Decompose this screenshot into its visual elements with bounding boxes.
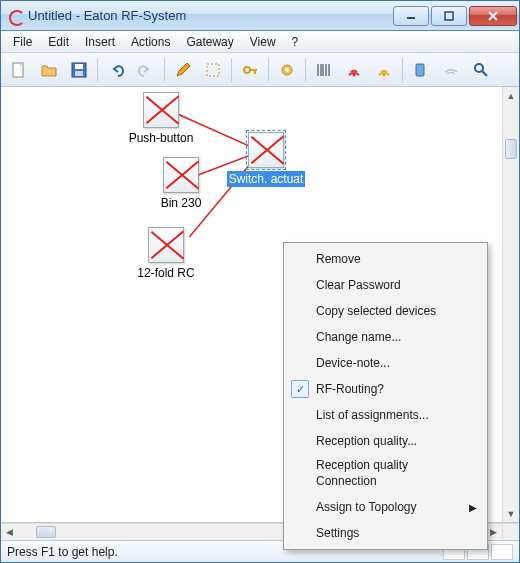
svg-rect-22 [416,64,424,76]
menu-help[interactable]: ? [284,33,307,51]
svg-rect-1 [445,12,453,20]
svg-point-21 [383,73,386,76]
gear-icon[interactable] [273,56,301,84]
ctx-copy-selected[interactable]: Copy selected devices [286,298,485,324]
app-icon [7,8,23,24]
ctx-device-note[interactable]: Device-note... [286,350,485,376]
open-folder-icon[interactable] [35,56,63,84]
svg-rect-9 [207,64,219,76]
menu-view[interactable]: View [242,33,284,51]
device-box-icon [248,132,284,168]
svg-point-10 [244,67,250,73]
node-label: Bin 230 [141,196,221,210]
undo-icon[interactable] [102,56,130,84]
node-switch-actuator[interactable]: Switch. actuat [226,132,306,187]
ctx-label: Settings [316,526,359,540]
node-push-button[interactable]: Push-button [121,92,201,145]
ctx-label: Reception quality Connection [316,458,471,489]
menubar: File Edit Insert Actions Gateway View ? [1,31,519,53]
window-title: Untitled - Eaton RF-System [28,8,391,23]
status-pane [491,544,513,560]
toolbar-separator [164,58,165,82]
scroll-track[interactable] [503,104,519,505]
device-box-icon [163,157,199,193]
scroll-up-arrow-icon[interactable]: ▲ [503,87,519,104]
toolbar-separator [268,58,269,82]
new-document-icon[interactable] [5,56,33,84]
node-bin-230[interactable]: Bin 230 [141,157,221,210]
submenu-arrow-icon: ▶ [469,502,477,513]
ctx-label: RF-Routing? [316,382,384,396]
menu-file[interactable]: File [5,33,40,51]
ctx-label: Reception quality... [316,434,417,448]
titlebar: Untitled - Eaton RF-System [1,1,519,31]
scroll-thumb[interactable] [36,526,56,538]
ctx-label: Copy selected devices [316,304,436,318]
node-12-fold-rc[interactable]: 12-fold RC [126,227,206,280]
signal-red-icon[interactable] [340,56,368,84]
ctx-label: Device-note... [316,356,390,370]
svg-rect-7 [75,64,83,69]
scroll-thumb[interactable] [505,139,517,159]
menu-insert[interactable]: Insert [77,33,123,51]
check-icon: ✓ [291,380,309,398]
minimize-button[interactable] [393,6,429,26]
ctx-label: List of assignments... [316,408,429,422]
toolbar-separator [402,58,403,82]
ctx-rf-routing[interactable]: ✓ RF-Routing? [286,376,485,402]
pencil-icon[interactable] [169,56,197,84]
redo-icon[interactable] [132,56,160,84]
wifi-icon[interactable] [437,56,465,84]
ctx-label: Change name... [316,330,401,344]
ctx-reception-quality-connection[interactable]: Reception quality Connection [286,454,485,494]
window-buttons [391,6,517,26]
svg-point-20 [353,73,356,76]
menu-actions[interactable]: Actions [123,33,178,51]
svg-point-14 [285,68,289,72]
ctx-reception-quality[interactable]: Reception quality... [286,428,485,454]
close-button[interactable] [469,6,517,26]
ctx-change-name[interactable]: Change name... [286,324,485,350]
barcode-icon[interactable] [310,56,338,84]
key-icon[interactable] [236,56,264,84]
search-icon[interactable] [467,56,495,84]
vertical-scrollbar[interactable]: ▲ ▼ [502,87,519,522]
scroll-corner [502,524,519,540]
signal-yellow-icon[interactable] [370,56,398,84]
device-box-icon [143,92,179,128]
context-menu: Remove Clear Password Copy selected devi… [283,242,488,550]
menu-gateway[interactable]: Gateway [178,33,241,51]
node-label: 12-fold RC [126,266,206,280]
ctx-label: Assign to Topology [316,500,417,514]
app-window: Untitled - Eaton RF-System File Edit Ins… [0,0,520,563]
scroll-down-arrow-icon[interactable]: ▼ [503,505,519,522]
selection-icon[interactable] [199,56,227,84]
node-label: Push-button [121,131,201,145]
ctx-list-assignments[interactable]: List of assignments... [286,402,485,428]
toolbar-separator [231,58,232,82]
ctx-remove[interactable]: Remove [286,246,485,272]
ctx-settings[interactable]: Settings [286,520,485,546]
toolbar-separator [305,58,306,82]
toolbar-separator [97,58,98,82]
toolbar [1,53,519,87]
menu-edit[interactable]: Edit [40,33,77,51]
ctx-assign-topology[interactable]: Assign to Topology ▶ [286,494,485,520]
ctx-label: Remove [316,252,361,266]
svg-line-24 [482,71,487,76]
save-icon[interactable] [65,56,93,84]
svg-rect-8 [75,71,83,76]
node-label: Switch. actuat [227,171,306,187]
device-icon[interactable] [407,56,435,84]
client-area: Push-button Bin 230 12-fold RC Switch. a… [1,87,519,540]
ctx-clear-password[interactable]: Clear Password [286,272,485,298]
svg-point-23 [475,64,483,72]
maximize-button[interactable] [431,6,467,26]
device-box-icon [148,227,184,263]
ctx-label: Clear Password [316,278,401,292]
scroll-left-arrow-icon[interactable]: ◀ [1,524,18,540]
